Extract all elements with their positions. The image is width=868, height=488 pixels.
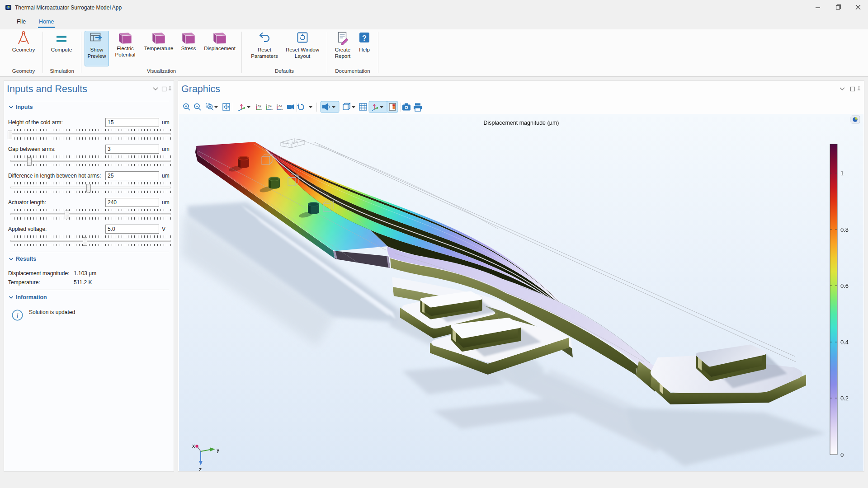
svg-text:y: y — [217, 447, 220, 453]
svg-text:yz: yz — [268, 103, 272, 108]
svg-text:z: z — [199, 466, 202, 471]
svg-text:i: i — [16, 312, 18, 319]
svg-text:0: 0 — [840, 451, 844, 458]
svg-text:1: 1 — [840, 170, 844, 177]
svg-text:0.4: 0.4 — [840, 339, 849, 346]
svg-text:xy: xy — [258, 103, 261, 108]
svg-text:0.6: 0.6 — [840, 282, 849, 289]
svg-text:0.8: 0.8 — [840, 226, 849, 233]
svg-text:?: ? — [362, 34, 367, 42]
svg-text:xz: xz — [278, 103, 282, 108]
svg-text:x: x — [192, 443, 195, 449]
svg-text:Displacement magnitude (µm): Displacement magnitude (µm) — [484, 120, 559, 126]
svg-text:0.2: 0.2 — [840, 395, 849, 402]
